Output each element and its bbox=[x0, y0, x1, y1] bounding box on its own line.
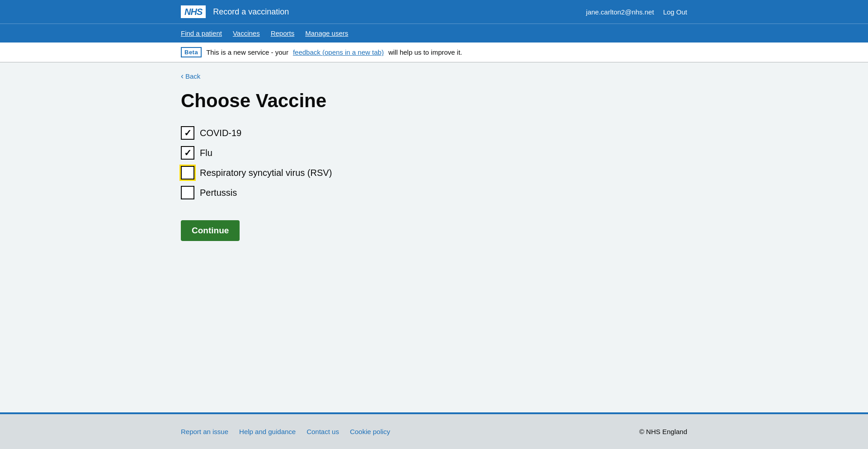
checkbox-flu[interactable]: ✓ bbox=[181, 146, 194, 160]
nav-vaccines[interactable]: Vaccines bbox=[233, 24, 267, 43]
checkmark-flu: ✓ bbox=[184, 148, 192, 157]
checkbox-pertussis[interactable] bbox=[181, 186, 194, 199]
beta-text-after: will help us to improve it. bbox=[388, 48, 462, 56]
main-content: Back Choose Vaccine ✓ COVID-19 ✓ Flu bbox=[0, 62, 868, 412]
nav-reports[interactable]: Reports bbox=[271, 24, 302, 43]
footer-help-guidance[interactable]: Help and guidance bbox=[239, 428, 296, 435]
vaccine-checkbox-group: ✓ COVID-19 ✓ Flu Respiratory syncytial v… bbox=[181, 126, 687, 206]
footer-report-issue[interactable]: Report an issue bbox=[181, 428, 228, 435]
checkbox-label-covid19: COVID-19 bbox=[200, 128, 241, 138]
header-left: NHS Record a vaccination bbox=[181, 5, 289, 18]
nav-find-patient[interactable]: Find a patient bbox=[181, 24, 229, 43]
beta-banner: Beta This is a new service - your feedba… bbox=[0, 43, 868, 62]
checkbox-item-rsv: Respiratory syncytial virus (RSV) bbox=[181, 166, 687, 180]
checkbox-item-flu: ✓ Flu bbox=[181, 146, 687, 160]
checkbox-rsv[interactable] bbox=[181, 166, 194, 180]
header: NHS Record a vaccination jane.carlton2@n… bbox=[0, 0, 868, 24]
main-nav: Find a patient Vaccines Reports Manage u… bbox=[0, 24, 868, 43]
checkbox-label-flu: Flu bbox=[200, 148, 212, 158]
footer-links: Report an issue Help and guidance Contac… bbox=[181, 428, 390, 435]
beta-badge: Beta bbox=[181, 47, 202, 57]
footer-contact-us[interactable]: Contact us bbox=[307, 428, 339, 435]
header-right: jane.carlton2@nhs.net Log Out bbox=[586, 8, 687, 16]
footer-copyright: © NHS England bbox=[639, 428, 687, 435]
checkmark-covid19: ✓ bbox=[184, 128, 192, 137]
checkbox-label-rsv: Respiratory syncytial virus (RSV) bbox=[200, 168, 332, 178]
logout-link[interactable]: Log Out bbox=[663, 8, 687, 16]
checkbox-covid19[interactable]: ✓ bbox=[181, 126, 194, 140]
header-title: Record a vaccination bbox=[213, 7, 289, 17]
back-link[interactable]: Back bbox=[181, 71, 200, 81]
user-email-link[interactable]: jane.carlton2@nhs.net bbox=[586, 8, 654, 16]
checkbox-label-pertussis: Pertussis bbox=[200, 188, 237, 198]
continue-button[interactable]: Continue bbox=[181, 220, 240, 241]
footer-cookie-policy[interactable]: Cookie policy bbox=[350, 428, 390, 435]
page-title: Choose Vaccine bbox=[181, 90, 687, 112]
feedback-link[interactable]: feedback (opens in a new tab) bbox=[293, 48, 384, 56]
checkbox-item-covid19: ✓ COVID-19 bbox=[181, 126, 687, 140]
checkbox-item-pertussis: Pertussis bbox=[181, 186, 687, 199]
beta-text-before: This is a new service - your bbox=[206, 48, 288, 56]
nhs-logo: NHS bbox=[181, 5, 206, 18]
footer: Report an issue Help and guidance Contac… bbox=[0, 412, 868, 449]
nav-manage-users[interactable]: Manage users bbox=[305, 24, 355, 43]
